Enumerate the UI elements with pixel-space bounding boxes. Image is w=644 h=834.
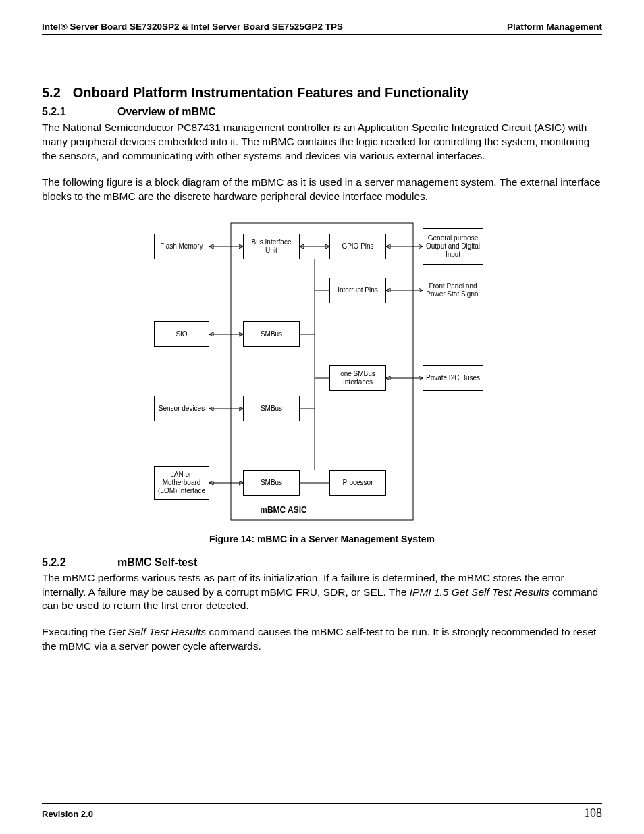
italic-text: IPMI 1.5 Get Self Test Results bbox=[410, 586, 549, 598]
block-processor: Processor bbox=[329, 470, 386, 496]
block-smbus-1: SMBus bbox=[243, 321, 300, 347]
subsection-title-text: mBMC Self-test bbox=[117, 556, 197, 569]
paragraph: Executing the Get Self Test Results comm… bbox=[42, 625, 602, 654]
subsection-title-text: Overview of mBMC bbox=[117, 106, 216, 118]
block-bus-interface-unit: Bus Interface Unit bbox=[243, 234, 300, 259]
section-number: 5.2 bbox=[42, 85, 61, 100]
document-page: Intel® Server Board SE7320SP2 & Intel Se… bbox=[0, 0, 644, 834]
section-5-2-heading: 5.2Onboard Platform Instrumentation Feat… bbox=[42, 85, 602, 101]
block-smbus-2: SMBus bbox=[243, 396, 300, 421]
block-lom-interface: LAN on Motherboard (LOM) Interface bbox=[154, 466, 209, 500]
subsection-number: 5.2.1 bbox=[42, 106, 117, 118]
block-gpo-digital-input: General purpose Output and Digital Input bbox=[423, 228, 483, 265]
header-right: Platform Management bbox=[507, 22, 602, 32]
figure-container: Flash Memory Bus Interface Unit GPIO Pin… bbox=[42, 216, 602, 527]
block-interrupt-pins: Interrupt Pins bbox=[329, 278, 386, 303]
page-header: Intel® Server Board SE7320SP2 & Intel Se… bbox=[42, 22, 602, 35]
paragraph: The National Semiconductor PC87431 manag… bbox=[42, 121, 602, 163]
figure-caption: Figure 14: mBMC in a Server Management S… bbox=[42, 533, 602, 544]
block-gpio-pins: GPIO Pins bbox=[329, 234, 386, 259]
header-left: Intel® Server Board SE7320SP2 & Intel Se… bbox=[42, 22, 343, 32]
block-smbus-3: SMBus bbox=[243, 470, 300, 496]
revision-label: Revision 2.0 bbox=[42, 809, 93, 819]
section-title-text: Onboard Platform Instrumentation Feature… bbox=[73, 85, 469, 100]
block-diagram: Flash Memory Bus Interface Unit GPIO Pin… bbox=[143, 216, 501, 527]
page-number: 108 bbox=[584, 806, 602, 820]
block-sensor-devices: Sensor devices bbox=[154, 396, 209, 421]
page-footer: Revision 2.0 108 bbox=[42, 803, 602, 820]
text-run: Executing the bbox=[42, 626, 108, 637]
block-front-panel: Front Panel and Power Stat Signal bbox=[423, 276, 483, 305]
italic-text: Get Self Test Results bbox=[108, 626, 206, 637]
block-sio: SIO bbox=[154, 321, 209, 347]
paragraph: The mBMC performs various tests as part … bbox=[42, 571, 602, 614]
label-mbmc-asic: mBMC ASIC bbox=[243, 505, 324, 515]
subsection-5-2-1-heading: 5.2.1 Overview of mBMC bbox=[42, 106, 602, 118]
block-private-i2c: Private I2C Buses bbox=[423, 365, 483, 391]
paragraph: The following figure is a block diagram … bbox=[42, 176, 602, 204]
block-one-smbus: one SMBus Interfaces bbox=[329, 365, 386, 391]
block-flash-memory: Flash Memory bbox=[154, 234, 209, 259]
subsection-5-2-2-heading: 5.2.2 mBMC Self-test bbox=[42, 556, 602, 569]
subsection-number: 5.2.2 bbox=[42, 556, 117, 569]
